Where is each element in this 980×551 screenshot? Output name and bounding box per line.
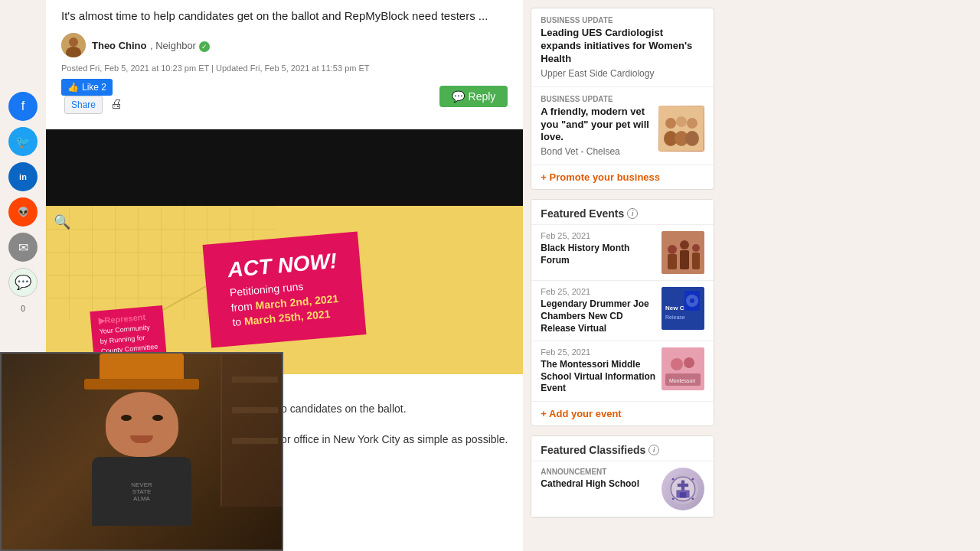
person-figure: NEVERSTATEALMA [65,354,218,549]
svg-rect-15 [668,254,677,269]
svg-point-8 [665,118,676,129]
facebook-share-inline-button[interactable]: Share [64,96,103,114]
classified-1-info: Announcement Cathedral High School [541,468,655,489]
email-share-button[interactable]: ✉ [8,233,38,262]
event-3-info: Feb 25, 2021 The Montessori Middle Schoo… [541,347,655,395]
svg-rect-37 [680,492,687,497]
classified-1-thumbnail [662,468,704,510]
svg-point-18 [680,240,689,249]
svg-rect-35 [678,484,688,487]
svg-point-10 [676,116,687,127]
svg-point-20 [692,244,700,252]
act-now-card: ACT NOW! Petitioning runs from March 2nd… [203,232,367,348]
add-event-link[interactable]: + Add your event [531,402,714,425]
event-item-2[interactable]: Feb 25, 2021 Legendary Drummer Joe Chamb… [531,281,714,341]
twitter-share-button[interactable]: 🐦 [8,127,38,156]
featured-classifieds-section: Featured Classifieds i Announcement Cath… [531,435,714,518]
shirt-text: NEVERSTATEALMA [128,478,155,505]
svg-rect-19 [692,253,700,269]
featured-events-title: Featured Events i [531,200,714,225]
event-2-date: Feb 25, 2021 [541,287,655,296]
featured-classifieds-title: Featured Classifieds i [531,436,714,461]
svg-text:Release: Release [665,315,685,320]
reddit-share-button[interactable]: 👽 [8,197,38,227]
linkedin-share-button[interactable]: in [8,162,38,191]
reply-button[interactable]: 💬 Reply [439,86,508,107]
pip-video-frame: NEVERSTATEALMA [2,354,282,549]
svg-point-41 [692,497,694,500]
event-2-thumb-image: New CD Release [662,287,704,330]
svg-point-40 [672,497,675,500]
svg-point-12 [687,118,697,129]
event-1-title: Black History Month Forum [541,243,655,266]
event-2-thumbnail: New CD Release [662,287,704,330]
svg-point-38 [672,478,675,481]
image-map-area: 🔍 ▶Represent Your Community by Running f… [46,206,523,374]
mouth [130,435,153,443]
right-sidebar: Business Update Leading UES Cardiologist… [523,0,722,551]
business-item-with-image: A friendly, modern vet you "and" your pe… [541,106,704,158]
event-3-thumbnail: Montessori [662,347,704,390]
shelf-2 [232,407,278,413]
print-icon: 🖨 [110,97,122,110]
classified-1-title: Cathedral High School [541,478,655,489]
business-thumbnail-2 [658,106,704,152]
event-item-1[interactable]: Feb 25, 2021 Black History Month Forum [531,225,714,281]
event-3-date: Feb 25, 2021 [541,347,655,357]
event-2-info: Feb 25, 2021 Legendary Drummer Joe Chamb… [541,287,655,334]
business-item-1: Business Update Leading UES Cardiologist… [531,8,714,87]
face [106,392,178,457]
zoom-icon[interactable]: 🔍 [54,214,70,230]
svg-text:Montessori: Montessori [669,378,696,383]
pip-video: NEVERSTATEALMA [0,352,283,551]
image-top-black [46,129,523,206]
business-section: Business Update Leading UES Cardiologist… [531,8,714,190]
business-tag-1: Business Update [541,16,704,24]
reddit-icon: 👽 [18,207,29,217]
svg-point-13 [685,131,699,146]
comment-button[interactable]: 💬 [8,268,38,297]
events-info-icon[interactable]: i [627,208,638,219]
author-name[interactable]: Theo Chino [92,40,147,51]
event-3-thumb-image: Montessori [662,347,704,390]
business-item-2: Business Update A friendly, modern vet y… [531,87,714,166]
facebook-like-button[interactable]: 👍 Like 2 [61,79,113,96]
right-eye [152,415,163,421]
svg-point-1 [69,37,78,47]
event-1-thumb-image [662,231,704,274]
post-date: Posted Fri, Feb 5, 2021 at 10:23 pm ET |… [61,64,508,73]
like-share-group: 👍 Like 2 Share 🖨 [61,79,122,114]
business-title-1[interactable]: Leading UES Cardiologist expands initiat… [541,27,704,66]
business-subtitle-2: Bond Vet - Chelsea [541,146,652,157]
hat-brim [84,379,199,390]
shirt: NEVERSTATEALMA [92,457,191,526]
business-title-2[interactable]: A friendly, modern vet you "and" your pe… [541,106,652,145]
petition-text: Petitioning runs from March 2nd, 2021 to… [229,276,342,331]
left-eye [121,415,132,421]
event-item-3[interactable]: Feb 25, 2021 The Montessori Middle Schoo… [531,341,714,402]
article-intro: It's almost time to help candidates get … [61,8,508,25]
svg-point-16 [668,245,677,254]
event-3-title: The Montessori Middle School Virtual Inf… [541,359,655,395]
shelf-1 [232,377,278,383]
svg-point-28 [671,358,683,370]
cathedral-logo [668,474,698,504]
business-tag-2: Business Update [541,95,704,103]
article-header: It's almost time to help candidates get … [46,0,523,129]
classifieds-info-icon[interactable]: i [648,445,659,455]
promote-business-link[interactable]: + Promote your business [531,165,714,189]
thumbs-up-icon: 👍 [67,82,79,93]
event-1-info: Feb 25, 2021 Black History Month Forum [541,231,655,266]
verified-badge: ✓ [199,41,210,52]
print-button[interactable]: 🖨 [110,97,122,111]
facebook-icon: f [21,99,24,113]
author-info: Theo Chino , Neighbor ✓ [92,38,210,52]
svg-point-29 [684,357,694,368]
business-subtitle-1: Upper East Side Cardiology [541,68,704,79]
author-row: Theo Chino , Neighbor ✓ [61,33,508,57]
classified-item-1[interactable]: Announcement Cathedral High School [531,461,714,517]
featured-events-section: Featured Events i Feb 25, 2021 Black His… [531,199,714,426]
facebook-share-button[interactable]: f [8,92,38,121]
hat-top [100,354,184,380]
twitter-icon: 🐦 [15,135,31,149]
